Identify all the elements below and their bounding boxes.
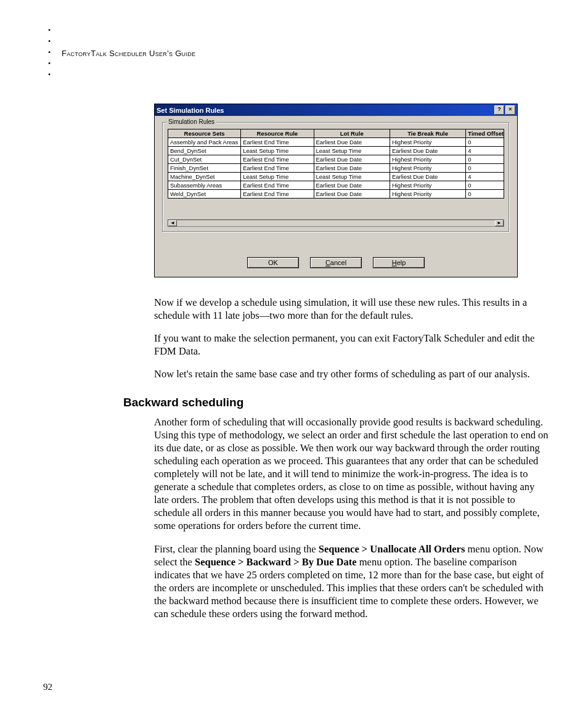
paragraph: Now if we develop a schedule using simul… bbox=[154, 296, 549, 322]
header-bullet-decor bbox=[48, 25, 51, 80]
table-cell[interactable]: 0 bbox=[466, 155, 504, 164]
table-cell[interactable]: Finish_DynSet bbox=[168, 164, 241, 173]
table-row[interactable]: Weld_DynSetEarliest End TimeEarliest Due… bbox=[168, 190, 504, 199]
table-cell[interactable]: Assembly and Pack Areas bbox=[168, 138, 241, 147]
dialog-titlebar: Set Simulation Rules ? × bbox=[155, 104, 517, 116]
table-cell[interactable]: Least Setup Time bbox=[314, 173, 390, 181]
page-number: 92 bbox=[43, 682, 52, 692]
table-cell[interactable]: Highest Priority bbox=[390, 164, 465, 173]
running-header: FactoryTalk Scheduler User's Guide bbox=[62, 49, 195, 58]
menu-path-bold: Sequence > Unallocate All Orders bbox=[319, 543, 465, 555]
table-row[interactable]: Subassembly AreasEarliest End TimeEarlie… bbox=[168, 181, 504, 190]
scroll-left-icon[interactable]: ◄ bbox=[168, 220, 177, 226]
table-cell[interactable]: 0 bbox=[466, 138, 504, 147]
dialog-title: Set Simulation Rules bbox=[157, 107, 224, 114]
table-cell[interactable]: Highest Priority bbox=[390, 181, 465, 190]
table-cell[interactable]: Earliest Due Date bbox=[390, 147, 465, 155]
table-cell[interactable]: Highest Priority bbox=[390, 155, 465, 164]
table-cell[interactable]: Earliest End Time bbox=[241, 181, 314, 190]
table-cell[interactable]: Earliest Due Date bbox=[314, 138, 390, 147]
table-cell[interactable]: 0 bbox=[466, 164, 504, 173]
table-cell[interactable]: Highest Priority bbox=[390, 190, 465, 199]
table-row[interactable]: Assembly and Pack AreasEarliest End Time… bbox=[168, 138, 504, 147]
col-timed-offset[interactable]: Timed Offset bbox=[466, 129, 504, 138]
table-row[interactable]: Finish_DynSetEarliest End TimeEarliest D… bbox=[168, 164, 504, 173]
paragraph: If you want to make the selection perman… bbox=[154, 332, 549, 358]
groupbox-label: Simulation Rules bbox=[166, 118, 216, 125]
table-cell[interactable]: Earliest Due Date bbox=[314, 190, 390, 199]
table-cell[interactable]: 4 bbox=[466, 173, 504, 181]
table-cell[interactable]: 0 bbox=[466, 190, 504, 199]
cancel-button[interactable]: Cancel bbox=[310, 257, 362, 268]
col-tie-break-rule[interactable]: Tie Break Rule bbox=[390, 129, 465, 138]
table-row[interactable]: Cut_DynSetEarliest End TimeEarliest Due … bbox=[168, 155, 504, 164]
col-resource-sets[interactable]: Resource Sets bbox=[168, 129, 241, 138]
table-cell[interactable]: Earliest End Time bbox=[241, 155, 314, 164]
text-run: First, clear the planning board using th… bbox=[154, 543, 319, 555]
help-icon[interactable]: ? bbox=[494, 105, 504, 115]
table-cell[interactable]: Least Setup Time bbox=[241, 147, 314, 155]
table-cell[interactable]: Earliest Due Date bbox=[390, 173, 465, 181]
table-cell[interactable]: Earliest End Time bbox=[241, 138, 314, 147]
table-cell[interactable]: Earliest Due Date bbox=[314, 164, 390, 173]
horizontal-scrollbar[interactable]: ◄ ► bbox=[168, 219, 504, 227]
table-cell[interactable]: Least Setup Time bbox=[241, 173, 314, 181]
table-cell[interactable]: Weld_DynSet bbox=[168, 190, 241, 199]
col-lot-rule[interactable]: Lot Rule bbox=[314, 129, 390, 138]
simulation-rules-group: Simulation Rules Resource Sets Resource … bbox=[162, 122, 510, 232]
section-heading-backward-scheduling: Backward scheduling bbox=[123, 396, 545, 409]
table-cell[interactable]: 0 bbox=[466, 181, 504, 190]
table-cell[interactable]: Earliest Due Date bbox=[314, 181, 390, 190]
help-button[interactable]: Help bbox=[373, 257, 425, 268]
set-simulation-rules-dialog: Set Simulation Rules ? × Simulation Rule… bbox=[154, 104, 518, 277]
table-row[interactable]: Machine_DynSetLeast Setup TimeLeast Setu… bbox=[168, 173, 504, 181]
table-cell[interactable]: 4 bbox=[466, 147, 504, 155]
menu-path-bold: Sequence > Backward > By Due Date bbox=[195, 556, 357, 568]
ok-button[interactable]: OK bbox=[247, 257, 299, 268]
col-resource-rule[interactable]: Resource Rule bbox=[241, 129, 314, 138]
paragraph: Another form of scheduling that will occ… bbox=[154, 416, 549, 533]
table-cell[interactable]: Earliest End Time bbox=[241, 190, 314, 199]
table-cell[interactable]: Machine_DynSet bbox=[168, 173, 241, 181]
paragraph: First, clear the planning board using th… bbox=[154, 543, 549, 621]
table-row[interactable]: Bend_DynSetLeast Setup TimeLeast Setup T… bbox=[168, 147, 504, 155]
table-cell[interactable]: Cut_DynSet bbox=[168, 155, 241, 164]
simulation-rules-table[interactable]: Resource Sets Resource Rule Lot Rule Tie… bbox=[168, 129, 504, 199]
paragraph: Now let's retain the same base case and … bbox=[154, 367, 549, 380]
table-cell[interactable]: Subassembly Areas bbox=[168, 181, 241, 190]
table-cell[interactable]: Least Setup Time bbox=[314, 147, 390, 155]
scroll-right-icon[interactable]: ► bbox=[495, 220, 504, 226]
table-cell[interactable]: Earliest End Time bbox=[241, 164, 314, 173]
close-icon[interactable]: × bbox=[505, 105, 515, 115]
table-cell[interactable]: Highest Priority bbox=[390, 138, 465, 147]
table-cell[interactable]: Bend_DynSet bbox=[168, 147, 241, 155]
table-cell[interactable]: Earliest Due Date bbox=[314, 155, 390, 164]
